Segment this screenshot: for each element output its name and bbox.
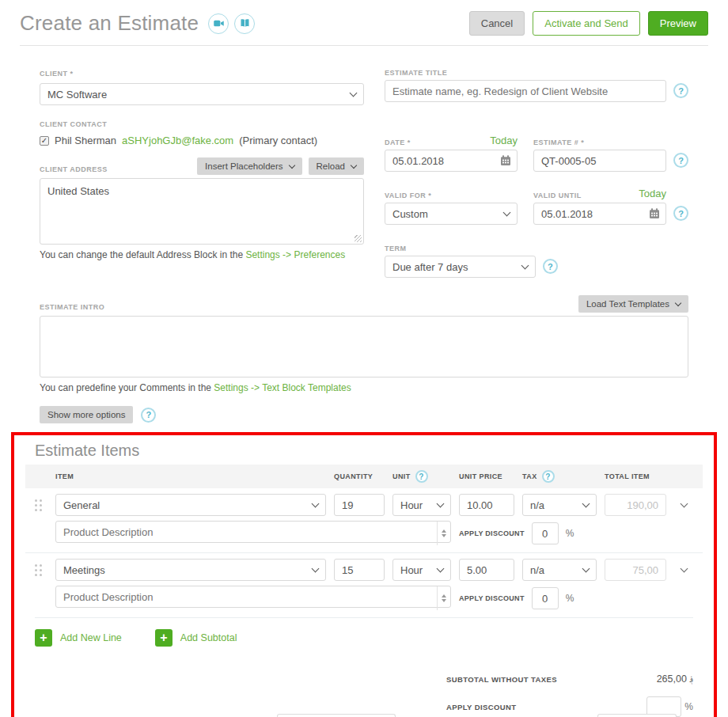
date-today-link[interactable]: Today <box>490 135 518 146</box>
reload-button[interactable]: Reload <box>309 157 364 175</box>
help-icon[interactable]: ? <box>673 83 688 98</box>
plus-icon: + <box>155 629 173 647</box>
help-icon[interactable]: ? <box>415 470 428 483</box>
unit-price-input[interactable] <box>459 559 514 581</box>
valid-for-group: VALID FOR * Custom <box>385 188 518 225</box>
spinner-control[interactable] <box>437 522 450 545</box>
contact-email-link[interactable]: aSHYjohGJb@fake.com <box>122 135 233 146</box>
calendar-icon[interactable] <box>499 154 512 170</box>
address-header: CLIENT ADDRESS Insert Placeholders Reloa… <box>40 157 364 175</box>
product-description-textarea[interactable] <box>55 586 451 608</box>
item-select[interactable]: General <box>55 494 326 516</box>
valid-until-label: VALID UNTIL <box>533 192 582 199</box>
product-description-wrap <box>55 521 451 546</box>
text-block-templates-link[interactable]: Settings -> Text Block Templates <box>214 382 351 393</box>
term-label: TERM <box>385 245 407 252</box>
client-address-wrap: United States <box>40 178 364 245</box>
calendar-icon[interactable] <box>648 207 661 223</box>
estimate-title-input[interactable] <box>385 80 666 102</box>
load-text-templates-button[interactable]: Load Text Templates <box>578 295 688 313</box>
apply-discount-area: APPLY DISCOUNT % <box>459 522 597 544</box>
chevron-down-icon <box>521 261 529 269</box>
row-expand-chevron-icon[interactable] <box>674 569 693 571</box>
client-select-value: MC Software <box>47 89 107 101</box>
chevron-down-icon <box>437 564 445 572</box>
create-estimate-page: Create an Estimate Cancel Activate and S… <box>0 0 728 717</box>
help-icon[interactable]: ? <box>673 206 688 221</box>
help-book-icon[interactable] <box>234 13 255 34</box>
percent-label: % <box>566 593 574 604</box>
spinner-control[interactable] <box>437 586 450 610</box>
chevron-down-icon <box>312 564 320 572</box>
unit-select[interactable]: Hour <box>392 494 451 516</box>
insert-placeholders-button[interactable]: Insert Placeholders <box>197 157 301 175</box>
quantity-input[interactable] <box>334 494 385 516</box>
unit-price-input[interactable] <box>459 494 514 516</box>
term-row: TERM Due after 7 days ? <box>385 241 688 278</box>
header-divider <box>20 45 708 46</box>
estimate-intro-textarea[interactable] <box>40 316 688 377</box>
add-new-line-button[interactable]: + Add New Line <box>35 629 122 647</box>
quantity-input[interactable] <box>334 559 385 581</box>
client-address-label: CLIENT ADDRESS <box>40 165 108 173</box>
settings-preferences-link[interactable]: Settings -> Preferences <box>245 249 345 260</box>
col-item: ITEM <box>55 472 326 480</box>
apply-discount-label: APPLY DISCOUNT <box>459 529 525 537</box>
client-select[interactable]: MC Software <box>40 83 364 105</box>
intro-hint: You can predefine your Comments in the S… <box>40 382 688 393</box>
valid-until-input[interactable] <box>533 203 666 225</box>
tax-select[interactable]: n/a <box>522 494 597 516</box>
video-tutorial-icon[interactable] <box>208 13 229 34</box>
percent-label: % <box>684 701 693 712</box>
plus-icon: + <box>35 629 52 647</box>
apply-discount-area: APPLY DISCOUNT % <box>459 587 597 609</box>
add-subtotal-button[interactable]: + Add Subtotal <box>155 629 237 647</box>
estimate-intro-wrap <box>40 316 688 377</box>
page-title: Create an Estimate <box>20 11 199 36</box>
subtotal-label: SUBTOTAL WITHOUT TAXES <box>446 675 557 684</box>
show-more-row: Show more options ? <box>40 406 688 423</box>
unit-select[interactable]: Hour <box>392 559 451 581</box>
help-icon[interactable]: ? <box>673 153 688 168</box>
help-icon[interactable]: ? <box>542 470 555 483</box>
client-address-textarea[interactable]: United States <box>40 178 364 245</box>
row-expand-chevron-icon[interactable] <box>674 504 693 506</box>
estimate-title-group: ESTIMATE TITLE ? <box>385 65 688 102</box>
help-icon[interactable]: ? <box>543 259 558 274</box>
contact-name: Phil Sherman <box>55 135 116 146</box>
date-group: DATE * Today <box>385 135 518 172</box>
help-icon[interactable]: ? <box>141 408 156 423</box>
estimate-number-group: ESTIMATE # * <box>533 135 666 172</box>
activate-and-send-button[interactable]: Activate and Send <box>533 11 640 36</box>
details-column: ESTIMATE TITLE ? DATE * Today <box>385 65 688 278</box>
contact-checkbox[interactable]: ✓ <box>40 136 49 146</box>
show-more-options-button[interactable]: Show more options <box>40 406 133 423</box>
preview-button[interactable]: Preview <box>648 11 708 36</box>
item-select[interactable]: Meetings <box>55 559 326 581</box>
client-contact-row: ✓ Phil Sherman aSHYjohGJb@fake.com (Prim… <box>40 135 364 146</box>
apply-discount-label: APPLY DISCOUNT <box>459 594 525 602</box>
drag-handle-icon[interactable] <box>35 564 42 576</box>
estimate-items-title: Estimate Items <box>25 442 703 460</box>
col-unit: UNIT? <box>392 470 451 483</box>
chevron-down-icon <box>503 208 511 216</box>
date-input[interactable] <box>385 150 518 172</box>
cutoff-element <box>597 714 677 717</box>
total-item-input <box>605 559 666 581</box>
tax-select[interactable]: n/a <box>522 559 597 581</box>
estimate-number-label: ESTIMATE # * <box>533 138 584 146</box>
valid-for-select[interactable]: Custom <box>385 203 518 225</box>
term-select[interactable]: Due after 7 days <box>385 256 536 278</box>
item-row: Meetings Hour n/a APPLY DISCOUNT % <box>25 552 703 617</box>
subtotal-row: SUBTOTAL WITHOUT TAXES 265,00 ؋ <box>446 673 693 685</box>
add-row: + Add New Line + Add Subtotal <box>25 618 703 650</box>
product-description-textarea[interactable] <box>55 521 451 543</box>
discount-input[interactable] <box>532 587 559 609</box>
discount-input[interactable] <box>532 522 559 544</box>
cancel-button[interactable]: Cancel <box>469 11 525 36</box>
chevron-down-icon <box>437 499 445 507</box>
col-unit-price: UNIT PRICE <box>459 472 514 480</box>
drag-handle-icon[interactable] <box>35 499 42 511</box>
estimate-number-input[interactable] <box>533 150 666 172</box>
valid-until-today-link[interactable]: Today <box>639 188 666 199</box>
